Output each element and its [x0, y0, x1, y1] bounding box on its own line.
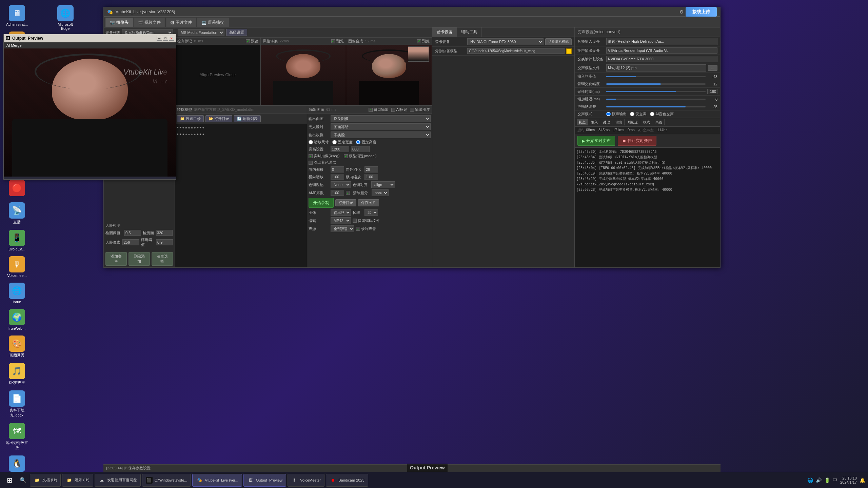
volume-track[interactable] [606, 106, 706, 107]
radio-scale[interactable]: 缩放尺寸 [309, 140, 329, 145]
style-preview-checkbox[interactable]: ✓ 预览 [331, 39, 344, 44]
model-blend-check[interactable]: ✓ [344, 154, 348, 158]
gpu-select[interactable]: NVIDIA GeForce RTX 3060 [467, 38, 544, 45]
height-input[interactable] [351, 146, 370, 152]
mute-check[interactable]: ✓ [356, 227, 360, 231]
search-button[interactable]: 🔍 [18, 473, 28, 487]
detect-num-input[interactable] [156, 230, 173, 236]
desktop-icon-kk[interactable]: 🎵 KK变声王 [3, 361, 31, 387]
stat-tab-process[interactable]: 处理 [601, 119, 612, 125]
filter-input[interactable] [156, 239, 173, 245]
pitch-adjust-track[interactable] [606, 83, 706, 85]
realtime-seg-checkbox[interactable]: ✓ 实时扣像(Xseg) [309, 154, 339, 159]
desktop-icon-web[interactable]: 🌍 IrunWeb... [3, 307, 31, 332]
maximize-button[interactable]: □ [163, 36, 168, 41]
window-output-check[interactable]: ✓ [369, 108, 373, 112]
window-output-checkbox[interactable]: ✓ 窗口输出 [369, 107, 389, 112]
detection-preview-check[interactable]: ✓ [246, 39, 250, 43]
amf-input[interactable] [331, 190, 344, 196]
radio-fixed-width-input[interactable] [332, 140, 337, 144]
clear-super-select[interactable]: none [372, 189, 389, 196]
refresh-list-button[interactable]: 🔄 刷新列表 [234, 115, 261, 122]
radio-fixed-height[interactable]: 固定高度 [356, 140, 376, 145]
input-pitch-track[interactable] [606, 76, 706, 77]
detect-pixel-input[interactable] [122, 239, 139, 245]
start-button[interactable]: ⊞ [3, 473, 16, 487]
model-blend-checkbox[interactable]: ✓ 模型混迭(modal) [344, 154, 376, 159]
desktop-icon-inrun[interactable]: 🌐 Inrun [3, 281, 31, 306]
color-match-select[interactable]: None [331, 181, 351, 188]
radio-original[interactable]: 原声输出 [606, 111, 627, 117]
taskbar-voicemeeter[interactable]: 🎚 VoiceMeeter [288, 474, 324, 487]
radio-ai-voice-input[interactable] [650, 112, 654, 116]
open-dir-record-button[interactable]: 打开目录 [335, 199, 356, 206]
inner-input[interactable] [331, 166, 344, 172]
foundation-select[interactable]: MS Media Foundation [178, 29, 224, 36]
detect-threshold-input[interactable] [124, 230, 141, 236]
tab-screen[interactable]: 💻 屏幕捕捉 [197, 18, 229, 27]
style-preview-check[interactable]: ✓ [331, 39, 335, 43]
realtime-seg-check[interactable]: ✓ [309, 154, 313, 158]
save-codec-check[interactable] [353, 219, 357, 223]
desktop-icon-rec[interactable]: 🔴 [3, 178, 31, 199]
delay-track[interactable] [606, 99, 706, 100]
format-select[interactable]: 输出格式 [331, 209, 351, 216]
set-dir-button[interactable]: 📁 设置目录 [177, 115, 204, 122]
sample-time-track[interactable] [606, 91, 706, 92]
debug-color-checkbox[interactable]: 溢出着色调试 [309, 160, 336, 165]
browse-model-button[interactable]: … [708, 65, 717, 71]
stat-tab-delay[interactable]: 后延迟 [626, 119, 640, 125]
detection-preview-checkbox[interactable]: ✓ 预览 [246, 39, 258, 44]
mute-checkbox[interactable]: ✓ 录制声音 [356, 226, 376, 231]
source-select[interactable]: 全部声音 [331, 225, 354, 232]
taskbar-vtubekit[interactable]: 🎭 VtubeKit_Live (ver... [192, 474, 242, 487]
ai-mark-check[interactable] [391, 108, 395, 112]
ai-mark-checkbox[interactable]: AI标记 [391, 107, 407, 112]
tab-image[interactable]: 🖼 图片文件 [166, 18, 196, 27]
output-method-select[interactable]: 不换脸 [331, 131, 431, 138]
taskbar-baidu[interactable]: ☁ 欢迎使用百度网盘 [95, 474, 141, 487]
taskbar-bandicam[interactable]: ⏺ Bandicam 2023 [326, 474, 368, 487]
taskbar-entertainment[interactable]: 📁 娱乐 (H:) [62, 474, 93, 487]
advanced-settings-button[interactable]: 高级设置 [226, 29, 247, 36]
amf-checkbox[interactable]: ✓ [346, 191, 351, 195]
close-button[interactable]: ✕ [169, 36, 174, 41]
desktop-icon-live[interactable]: 📡 直播 [3, 201, 31, 226]
open-dir-button[interactable]: 📂 打开目录 [205, 115, 232, 122]
desktop-icon-doc[interactable]: 📄 资料下地址.docx [3, 389, 31, 420]
taskbar-documents[interactable]: 📁 文档 (H:) [30, 474, 61, 487]
width-input[interactable] [331, 146, 349, 152]
debug-color-check[interactable] [309, 161, 313, 165]
start-realtime-button[interactable]: ▶ 开始实时变声 [577, 136, 615, 146]
radio-fixed-height-input[interactable] [356, 140, 360, 144]
taskbar-cmd[interactable]: ⬛ C:\Windows\syste... [142, 474, 191, 487]
add-ref-button[interactable]: 添加参考 [105, 252, 127, 266]
composite-preview-checkbox[interactable]: ✓ 预览 [417, 39, 430, 44]
model-file-value[interactable]: M:/小朋12 (2).pth [606, 64, 706, 72]
output-quality-checkbox[interactable]: 输出图质 [410, 107, 430, 112]
output-quality-check[interactable] [410, 108, 414, 112]
stat-tab-status[interactable]: 状态 [577, 119, 588, 125]
stat-tab-high[interactable]: 高画 [653, 119, 665, 125]
tab-video[interactable]: 🎬 视频文件 [134, 18, 165, 27]
radio-adjust-input[interactable] [630, 112, 634, 116]
desktop-icon-paint[interactable]: 🎨 画图秀秀 [3, 334, 31, 360]
align-select[interactable]: align [371, 181, 395, 188]
tab-camera[interactable]: 📷 摄像头 [105, 18, 133, 27]
codec-select[interactable]: MP42 [331, 217, 351, 224]
desktop-icon-voice[interactable]: 🎙 Voicemee... [3, 255, 31, 279]
model-list-area[interactable]: ********** ********** [175, 124, 307, 267]
stat-tab-output[interactable]: 输出 [613, 119, 625, 125]
sys-tab-tools[interactable]: 辅助工具 [457, 27, 482, 37]
scale-x-input[interactable] [331, 174, 344, 180]
stat-tab-mode[interactable]: 模式 [641, 119, 652, 125]
radio-fixed-width[interactable]: 固定宽度 [332, 140, 353, 145]
desktop-icon-droid[interactable]: 📱 DroidCa... [3, 228, 31, 253]
no-face-select[interactable]: 画面冻结 [331, 123, 431, 130]
save-codec-checkbox[interactable]: 保留编码文件 [353, 218, 380, 223]
seg-model-input[interactable] [467, 48, 565, 54]
save-pic-button[interactable]: 保存图片 [358, 199, 379, 206]
sys-tab-device[interactable]: 登卡设备 [432, 27, 457, 37]
scale-y-input[interactable] [364, 174, 378, 180]
fps-select[interactable]: 20 [364, 209, 378, 216]
